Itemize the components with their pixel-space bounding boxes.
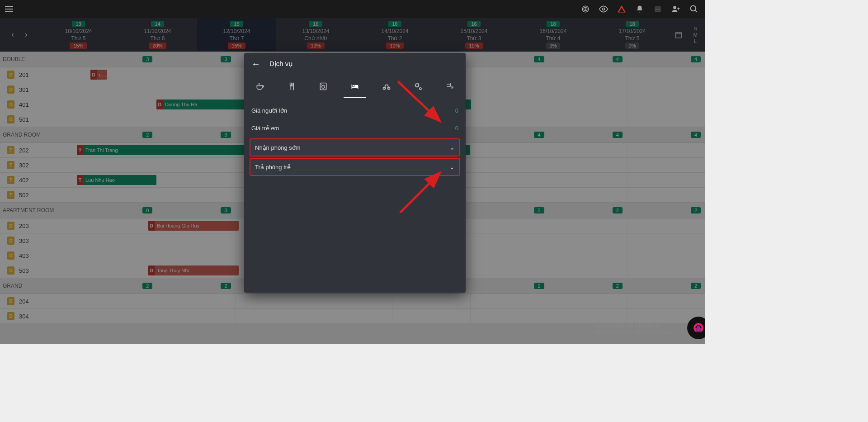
price-adult-row: Giá người lớn 0: [250, 102, 460, 119]
svg-point-8: [691, 6, 696, 11]
eye-icon[interactable]: [599, 4, 609, 14]
tab-bike[interactable]: [371, 75, 402, 98]
tab-plug[interactable]: [434, 75, 466, 98]
target-icon[interactable]: [580, 4, 590, 14]
price-adult-value[interactable]: 0: [455, 107, 458, 114]
add-user-icon[interactable]: [671, 4, 681, 14]
menu-icon[interactable]: [4, 4, 14, 14]
back-icon[interactable]: ←: [251, 59, 260, 69]
svg-point-7: [673, 6, 676, 9]
tab-laundry[interactable]: [307, 75, 339, 98]
search-icon[interactable]: [689, 4, 699, 14]
svg-rect-16: [320, 83, 326, 90]
modal-title: Dịch vụ: [269, 60, 293, 68]
list-icon[interactable]: [653, 4, 663, 14]
bell-icon[interactable]: [635, 4, 645, 14]
service-modal: ← Dịch vụ Giá người lớn 0 Giá trẻ em 0 N…: [244, 53, 466, 293]
price-child-row: Giá trẻ em 0: [250, 119, 460, 137]
early-checkin-select[interactable]: Nhận phòng sớm ⌄: [250, 138, 460, 156]
topbar: [0, 0, 705, 18]
svg-point-18: [321, 84, 322, 84]
early-checkin-label: Nhận phòng sớm: [255, 144, 301, 151]
tab-restaurant[interactable]: [276, 75, 307, 98]
svg-point-2: [585, 9, 586, 9]
late-checkout-select[interactable]: Trả phòng trễ ⌄: [250, 158, 460, 176]
price-adult-label: Giá người lớn: [251, 107, 287, 114]
svg-point-17: [322, 85, 325, 88]
chevron-down-icon: ⌄: [449, 144, 455, 151]
svg-line-9: [695, 10, 697, 12]
tab-bed[interactable]: [339, 75, 371, 98]
svg-point-22: [420, 87, 421, 89]
warning-icon[interactable]: [617, 4, 627, 14]
tab-settings[interactable]: [402, 75, 434, 98]
late-checkout-label: Trả phòng trễ: [255, 164, 291, 171]
tab-coffee[interactable]: [244, 75, 276, 98]
svg-point-3: [603, 8, 605, 10]
price-child-value[interactable]: 0: [455, 125, 458, 132]
chevron-down-icon: ⌄: [449, 163, 455, 171]
price-child-label: Giá trẻ em: [251, 125, 279, 132]
